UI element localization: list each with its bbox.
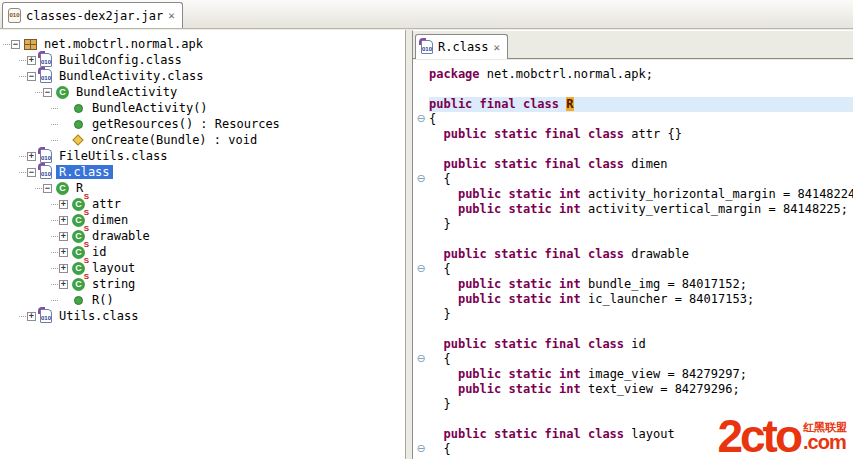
class-tree[interactable]: −net.mobctrl.normal.apk+010BuildConfig.c… xyxy=(0,30,406,459)
fold-collapse-icon[interactable]: ⊖ xyxy=(413,112,429,127)
code-text: } xyxy=(429,217,853,232)
tree-item-label: Utils.class xyxy=(56,309,141,323)
gutter xyxy=(413,247,429,262)
gutter xyxy=(413,337,429,352)
tree-item-label: net.mobctrl.normal.apk xyxy=(41,37,206,51)
tree-item-label: id xyxy=(89,245,109,259)
tree-item-r-class[interactable]: −010R.class xyxy=(0,164,405,180)
watermark-tld: .com xyxy=(803,433,847,452)
code-line: } xyxy=(413,217,853,232)
gutter xyxy=(413,322,429,337)
code-text: public static int activity_horizontal_ma… xyxy=(429,187,853,202)
tree-item-fileutils-class[interactable]: +010FileUtils.class xyxy=(0,148,405,164)
code-text: { xyxy=(429,262,853,277)
classfile-icon: 010 xyxy=(40,165,52,179)
code-text: public static int bundle_img = 84017152; xyxy=(429,277,853,292)
code-line: ⊖ { xyxy=(413,172,853,187)
expand-icon[interactable]: + xyxy=(59,200,68,209)
tree-item-label: BundleActivity xyxy=(73,85,180,99)
tree-item-utils-class[interactable]: +010Utils.class xyxy=(0,308,405,324)
watermark-brand: 2cto xyxy=(717,413,800,459)
fold-collapse-icon[interactable]: ⊖ xyxy=(413,352,429,367)
watermark-logo: 2cto 红黑联盟 .com xyxy=(717,413,847,459)
tree-item-string[interactable]: +string xyxy=(0,276,405,292)
tree-item-id[interactable]: +id xyxy=(0,244,405,260)
classfile-icon: 010 xyxy=(40,69,52,83)
fold-collapse-icon[interactable]: ⊖ xyxy=(413,172,429,187)
tree-item-oncreate-bundle-void[interactable]: onCreate(Bundle) : void xyxy=(0,132,405,148)
tree-item-bundleactivity-class[interactable]: −010BundleActivity.class xyxy=(0,68,405,84)
expander-spacer xyxy=(59,120,68,129)
fold-collapse-icon[interactable]: ⊖ xyxy=(413,262,429,277)
tree-item-buildconfig-class[interactable]: +010BuildConfig.class xyxy=(0,52,405,68)
collapse-icon[interactable]: − xyxy=(27,72,36,81)
tree-item-label: dimen xyxy=(89,213,131,227)
expand-icon[interactable]: + xyxy=(59,232,68,241)
tree-item-label: BundleActivity.class xyxy=(56,69,207,83)
code-line: } xyxy=(413,307,853,322)
tree-connector xyxy=(19,60,26,61)
expand-icon[interactable]: + xyxy=(59,216,68,225)
code-text: public static final class drawable xyxy=(429,247,853,262)
tree-connector xyxy=(3,44,10,45)
tree-connector xyxy=(51,268,58,269)
tree-connector xyxy=(19,316,26,317)
tree-item-r-[interactable]: R() xyxy=(0,292,405,308)
tree-item-dimen[interactable]: +dimen xyxy=(0,212,405,228)
tree-item-label: BundleActivity() xyxy=(89,101,211,115)
tree-item-r[interactable]: −R xyxy=(0,180,405,196)
collapse-icon[interactable]: − xyxy=(43,184,52,193)
tree-item-bundleactivity[interactable]: −BundleActivity xyxy=(0,84,405,100)
tree-connector xyxy=(51,124,58,125)
code-text xyxy=(429,232,853,247)
expand-icon[interactable]: + xyxy=(59,264,68,273)
gutter xyxy=(413,292,429,307)
tree-connector xyxy=(51,140,58,141)
code-text: public static int ic_launcher = 84017153… xyxy=(429,292,853,307)
code-text xyxy=(429,82,853,97)
code-text: public static final class id xyxy=(429,337,853,352)
tree-connector xyxy=(19,156,26,157)
collapse-icon[interactable]: − xyxy=(43,88,52,97)
tree-connector xyxy=(51,236,58,237)
fold-collapse-icon[interactable]: ⊖ xyxy=(413,442,429,457)
collapse-icon[interactable]: − xyxy=(11,40,20,49)
tree-connector xyxy=(19,76,26,77)
source-code-area[interactable]: package net.mobctrl.normal.apk;public fi… xyxy=(413,60,853,459)
code-line: public static final class dimen xyxy=(413,157,853,172)
expand-icon[interactable]: + xyxy=(27,56,36,65)
collapse-icon[interactable]: − xyxy=(27,168,36,177)
code-line: public static int bundle_img = 84017152; xyxy=(413,277,853,292)
tree-connector xyxy=(51,220,58,221)
method-icon xyxy=(74,120,83,129)
tree-item-bundleactivity-[interactable]: BundleActivity() xyxy=(0,100,405,116)
tree-item-label: attr xyxy=(89,197,124,211)
tree-item-label: onCreate(Bundle) : void xyxy=(88,133,260,147)
code-line: public static int text_view = 84279296; xyxy=(413,382,853,397)
tree-item-layout[interactable]: +layout xyxy=(0,260,405,276)
tab-r-class[interactable]: 010 R.class ✕ xyxy=(415,34,508,59)
tree-item-drawable[interactable]: +drawable xyxy=(0,228,405,244)
tree-item-net-mobctrl-normal-apk[interactable]: −net.mobctrl.normal.apk xyxy=(0,36,405,52)
tree-item-label: BuildConfig.class xyxy=(56,53,185,67)
expand-icon[interactable]: + xyxy=(59,248,68,257)
close-icon[interactable]: ✕ xyxy=(168,9,175,22)
expand-icon[interactable]: + xyxy=(59,280,68,289)
close-icon[interactable]: ✕ xyxy=(494,41,501,54)
tab-classes-dex2jar[interactable]: 010 classes-dex2jar.jar ✕ xyxy=(2,2,183,28)
gutter xyxy=(413,67,429,82)
tree-item-attr[interactable]: +attr xyxy=(0,196,405,212)
gutter xyxy=(413,277,429,292)
code-text: package net.mobctrl.normal.apk; xyxy=(429,67,853,82)
gutter xyxy=(413,412,429,427)
tree-item-label: getResources() : Resources xyxy=(89,117,283,131)
code-line: public static final class drawable xyxy=(413,247,853,262)
tree-item-getresources-resources[interactable]: getResources() : Resources xyxy=(0,116,405,132)
code-text: { xyxy=(429,112,853,127)
classfile-icon: 010 xyxy=(40,53,52,67)
expand-icon[interactable]: + xyxy=(27,312,36,321)
gutter xyxy=(413,397,429,412)
expand-icon[interactable]: + xyxy=(27,152,36,161)
gutter xyxy=(413,142,429,157)
gutter xyxy=(413,307,429,322)
